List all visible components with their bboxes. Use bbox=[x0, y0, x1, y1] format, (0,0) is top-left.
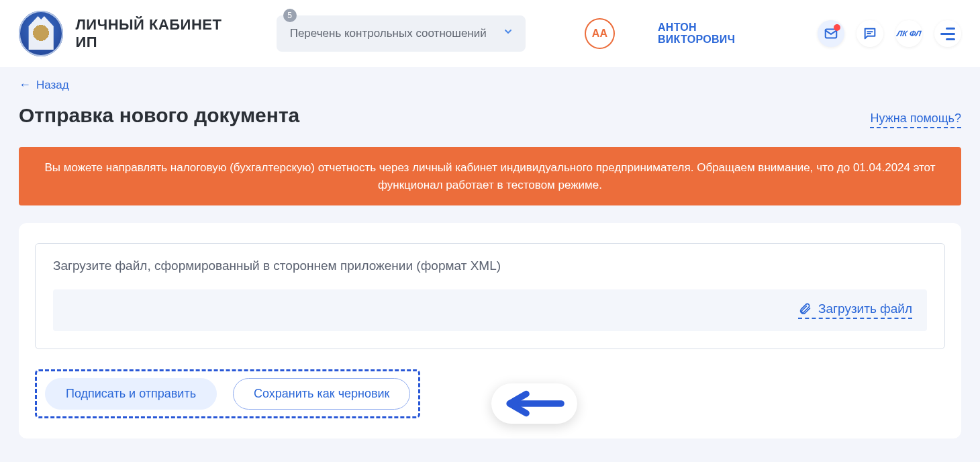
paperclip-icon bbox=[798, 302, 812, 316]
actions-highlight: Подписать и отправить Сохранить как черн… bbox=[35, 369, 420, 418]
chat-icon bbox=[863, 26, 877, 41]
page-title: Отправка нового документа bbox=[19, 104, 299, 127]
lkfl-button[interactable]: ЛК ФЛ bbox=[895, 20, 922, 47]
chat-button[interactable] bbox=[856, 20, 883, 47]
back-label: Назад bbox=[36, 79, 69, 92]
dropdown-badge: 5 bbox=[283, 9, 297, 22]
arrow-left-fat-icon bbox=[502, 390, 567, 417]
burger-icon bbox=[940, 28, 955, 40]
alert-text: Вы можете направлять налоговую (бухгалте… bbox=[44, 161, 935, 191]
sign-send-button[interactable]: Подписать и отправить bbox=[45, 378, 217, 410]
upload-file-link[interactable]: Загрузить файл bbox=[798, 302, 912, 319]
title-row: Отправка нового документа Нужна помощь? bbox=[19, 104, 961, 128]
relations-dropdown[interactable]: 5 Перечень контрольных соотношений bbox=[277, 15, 526, 52]
avatar-initials: AA bbox=[592, 28, 607, 40]
arrow-left-icon: ← bbox=[19, 78, 31, 92]
form-card: Загрузите файл, сформированный в сторонн… bbox=[19, 223, 961, 438]
emblem-icon bbox=[19, 11, 63, 56]
sign-send-label: Подписать и отправить bbox=[66, 387, 196, 400]
header: ЛИЧНЫЙ КАБИНЕТ ИП 5 Перечень контрольных… bbox=[0, 0, 980, 67]
logo-block: ЛИЧНЫЙ КАБИНЕТ ИП bbox=[19, 11, 244, 56]
upload-box: Загрузите файл, сформированный в сторонн… bbox=[35, 243, 945, 349]
site-title: ЛИЧНЫЙ КАБИНЕТ ИП bbox=[75, 16, 244, 51]
avatar[interactable]: AA bbox=[585, 18, 615, 49]
content: ← Назад Отправка нового документа Нужна … bbox=[0, 67, 980, 452]
back-link[interactable]: ← Назад bbox=[19, 78, 69, 92]
save-draft-label: Сохранить как черновик bbox=[254, 387, 389, 400]
upload-bar: Загрузить файл bbox=[53, 289, 927, 331]
help-link[interactable]: Нужна помощь? bbox=[870, 111, 961, 128]
menu-button[interactable] bbox=[934, 20, 961, 47]
save-draft-button[interactable]: Сохранить как черновик bbox=[233, 378, 410, 410]
arrow-callout bbox=[491, 383, 577, 424]
alert-banner: Вы можете направлять налоговую (бухгалте… bbox=[19, 147, 961, 205]
header-icons: ЛК ФЛ bbox=[818, 20, 961, 47]
notification-dot-icon bbox=[834, 24, 840, 31]
dropdown-label: Перечень контрольных соотношений bbox=[290, 27, 487, 40]
user-name[interactable]: АНТОН ВИКТОРОВИЧ bbox=[658, 21, 775, 46]
mail-button[interactable] bbox=[818, 20, 844, 47]
lkfl-label: ЛК ФЛ bbox=[896, 29, 922, 38]
chevron-down-icon bbox=[503, 26, 513, 41]
upload-link-label: Загрузить файл bbox=[818, 302, 912, 316]
upload-title: Загрузите файл, сформированный в сторонн… bbox=[53, 259, 927, 273]
